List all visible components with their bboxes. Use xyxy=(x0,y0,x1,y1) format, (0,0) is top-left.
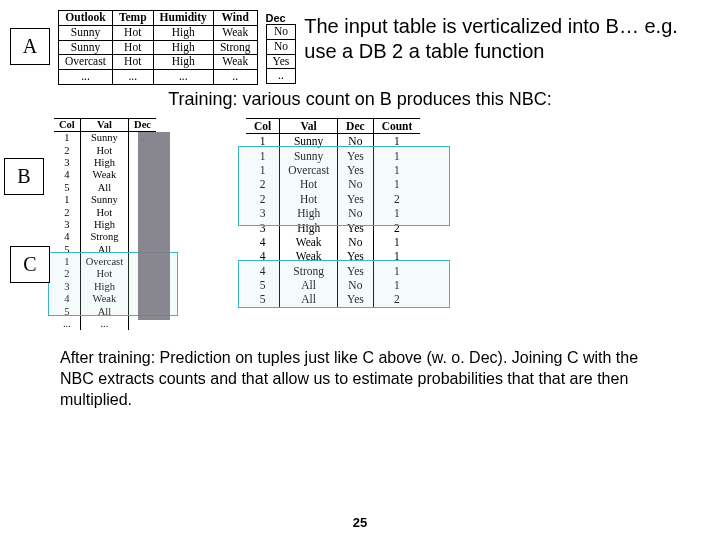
label-b: B xyxy=(4,158,44,195)
table-row: OvercastHotHighWeak xyxy=(59,55,258,70)
th-col: Col xyxy=(54,118,80,131)
after-training-text: After training: Prediction on tuples jus… xyxy=(60,348,660,410)
top-row: A Outlook Temp Humidity Wind SunnyHotHig… xyxy=(10,10,710,85)
table-a: Outlook Temp Humidity Wind SunnyHotHighW… xyxy=(58,10,258,85)
th-humidity: Humidity xyxy=(153,11,213,26)
table-a-dec: No No Yes .. xyxy=(266,24,297,84)
label-a: A xyxy=(10,28,50,65)
th-dec: Dec xyxy=(129,118,156,131)
th-wind: Wind xyxy=(213,11,257,26)
table-row: 4WeakNo1 xyxy=(246,235,420,249)
th-outlook: Outlook xyxy=(59,11,113,26)
table-row: SunnyHotHighWeak xyxy=(59,25,258,40)
page-number: 25 xyxy=(0,515,720,530)
nbc-highlight-box-1 xyxy=(238,146,450,226)
b-block: B C Col Val Dec 1Sunny.. 2Hot 3High 4Wea… xyxy=(10,118,156,330)
dec-header-label: Dec xyxy=(266,12,297,24)
th-dec: Dec xyxy=(338,118,374,133)
th-count: Count xyxy=(373,118,420,133)
training-line: Training: various count on B produces th… xyxy=(10,89,710,110)
nbc-highlight-box-2 xyxy=(238,260,450,308)
th-val: Val xyxy=(280,118,338,133)
th-temp: Temp xyxy=(112,11,153,26)
label-c: C xyxy=(10,246,50,283)
nbc-block: Col Val Dec Count 1SunnyNo1 1SunnyYes1 1… xyxy=(246,118,420,307)
description-text: The input table is verticalized into B… … xyxy=(304,14,710,64)
table-row: ........... xyxy=(59,70,258,85)
th-col: Col xyxy=(246,118,280,133)
mid-row: B C Col Val Dec 1Sunny.. 2Hot 3High 4Wea… xyxy=(10,118,710,330)
dec-column-overlay xyxy=(138,132,170,320)
table-row: SunnyHotHighStrong xyxy=(59,40,258,55)
th-val: Val xyxy=(80,118,128,131)
